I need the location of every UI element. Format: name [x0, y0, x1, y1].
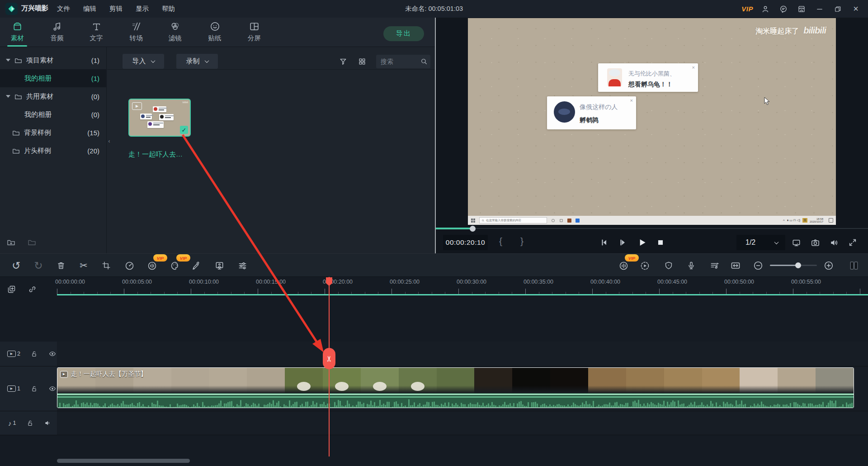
ruler-tick: [191, 289, 191, 294]
ruler-tick: [860, 289, 860, 294]
filmstrip-frame: [247, 368, 285, 393]
sidebar-item-my-album-2[interactable]: 我的相册 (0): [0, 105, 107, 124]
close-icon[interactable]: ×: [850, 3, 862, 15]
crop-icon[interactable]: [99, 258, 114, 273]
zoom-in-icon[interactable]: [821, 258, 836, 273]
restore-icon[interactable]: [832, 3, 844, 15]
tab-filters[interactable]: 滤镜: [158, 19, 192, 47]
stop-icon[interactable]: [653, 235, 668, 250]
playhead-handle[interactable]: [326, 277, 333, 286]
sidebar-item-my-album-1[interactable]: 我的相册 (1): [0, 69, 107, 87]
bilibili-logo: bilibili: [803, 25, 826, 36]
timeline-ruler[interactable]: 00:00:00:00 00:00:05:00 00:00:10:00 00:0…: [0, 277, 868, 294]
sidebar-item-intro-samples[interactable]: 片头样例 (20): [0, 142, 107, 160]
next-frame-icon[interactable]: [615, 235, 631, 250]
filmstrip-frame: [474, 368, 512, 393]
user-icon[interactable]: [760, 3, 771, 15]
progress-knob[interactable]: [470, 226, 476, 232]
vip-button[interactable]: VIP: [741, 5, 753, 13]
color-picker-icon[interactable]: [189, 258, 204, 273]
snapshot-camera-icon[interactable]: [807, 235, 823, 250]
lock-icon[interactable]: [30, 385, 38, 393]
voiceover-mic-icon[interactable]: [684, 258, 699, 273]
store-icon[interactable]: [796, 3, 807, 15]
delete-folder-icon[interactable]: [27, 238, 37, 247]
zoom-slider-knob[interactable]: [795, 262, 801, 268]
color-palette-vip-icon[interactable]: VIP: [167, 258, 183, 273]
search-icon[interactable]: [418, 55, 430, 68]
media-clip-name: 走！一起吓人去…: [128, 150, 205, 159]
tab-transition[interactable]: 转场: [119, 19, 153, 47]
tab-media[interactable]: 素材: [0, 19, 34, 47]
speaker-icon[interactable]: [44, 419, 52, 427]
ruler-tick: [258, 289, 258, 294]
feedback-icon[interactable]: [778, 3, 789, 15]
selected-check-icon: ✓: [180, 126, 188, 134]
lock-icon[interactable]: [26, 419, 34, 427]
delete-trash-icon[interactable]: [53, 258, 69, 273]
expand-arrow-icon[interactable]: [6, 95, 10, 98]
grid-view-icon[interactable]: [356, 55, 368, 68]
screen-record-icon[interactable]: [637, 258, 652, 273]
filmora-app-window: 万兴喵影 文件 编辑 剪辑 显示 帮助 未命名: 00:05:01:03 VIP…: [0, 0, 868, 466]
eye-icon[interactable]: [48, 385, 57, 393]
export-button[interactable]: 导出: [383, 26, 424, 41]
horizontal-scrollbar[interactable]: [57, 459, 190, 463]
tab-splitscreen[interactable]: 分屏: [237, 19, 271, 47]
split-scissors-icon[interactable]: ✂: [76, 258, 91, 273]
filter-funnel-icon[interactable]: [337, 55, 349, 68]
track-lane[interactable]: [57, 411, 868, 435]
fullscreen-icon[interactable]: [845, 235, 860, 250]
effect-shield-icon[interactable]: [661, 258, 676, 273]
import-label: 导入: [132, 57, 146, 66]
search-field[interactable]: [376, 58, 418, 65]
play-icon[interactable]: [634, 235, 650, 250]
mini-comment-popup: [147, 121, 164, 128]
lock-icon[interactable]: [30, 350, 38, 358]
search-input[interactable]: [376, 55, 430, 68]
zoom-slider[interactable]: [770, 265, 817, 266]
mark-out-brace[interactable]: }: [520, 236, 524, 247]
close-icon[interactable]: ×: [630, 98, 633, 103]
adjust-sliders-icon[interactable]: [235, 258, 250, 273]
mail-icon: [576, 219, 580, 223]
portrait-icon[interactable]: [212, 258, 227, 273]
sidebar-item-shared-media[interactable]: 共用素材 (0): [0, 87, 107, 105]
video-taskbar: 在这里输入你要搜索的内容 ^ ♦ ▭ ⊓ ◁) 英 18:58 2020/10/…: [468, 216, 836, 225]
media-clip-thumbnail[interactable]: ▶ bilibili ✓: [128, 99, 191, 137]
sidebar-item-background-samples[interactable]: 背景样例 (15): [0, 124, 107, 142]
record-dropdown[interactable]: 录制: [176, 54, 218, 69]
display-device-icon[interactable]: [788, 235, 804, 250]
current-timecode: 00:00:20:10: [443, 235, 488, 250]
avatar: [554, 101, 575, 123]
scissors-cursor[interactable]: ✂: [323, 348, 335, 369]
mark-in-brace[interactable]: {: [499, 236, 502, 247]
import-dropdown[interactable]: 导入: [123, 54, 164, 69]
eye-icon[interactable]: [48, 350, 57, 358]
preview-progress-bar[interactable]: [436, 227, 868, 230]
minimize-icon[interactable]: [814, 3, 826, 15]
zoom-out-icon[interactable]: [750, 258, 766, 273]
preview-video-frame[interactable]: 淘米睡起床了 bilibili × 无与伦比小黑菌、 想看孵乌龟！！ × 像俄这…: [468, 18, 836, 225]
tab-audio[interactable]: 音频: [40, 19, 74, 47]
timeline-clip[interactable]: ▶ 走！一起吓人去【万圣节】: [57, 367, 854, 408]
previous-frame-icon[interactable]: [597, 235, 612, 250]
audio-denoise-vip-icon[interactable]: VIP: [616, 258, 631, 273]
speed-icon[interactable]: [122, 258, 137, 273]
expand-arrow-icon[interactable]: [6, 59, 10, 62]
undo-icon[interactable]: ↺: [9, 258, 24, 273]
redo-icon[interactable]: ↻: [31, 258, 46, 273]
speaker-icon[interactable]: [826, 235, 842, 250]
close-icon[interactable]: ×: [692, 65, 695, 70]
audio-mixer-icon[interactable]: [707, 258, 722, 273]
new-folder-icon[interactable]: [6, 238, 16, 247]
track-lane[interactable]: [57, 342, 868, 366]
tab-text[interactable]: 文字: [79, 19, 113, 47]
fit-timeline-icon[interactable]: [728, 258, 743, 273]
panel-layout-icon[interactable]: [846, 258, 862, 273]
tab-stickers[interactable]: 贴纸: [198, 19, 232, 47]
preview-quality-dropdown[interactable]: 1/2: [736, 235, 785, 250]
sidebar-item-project-media[interactable]: 项目素材 (1): [0, 51, 107, 69]
denoise-vip-icon[interactable]: VIP: [144, 258, 160, 273]
filmstrip-frame: [361, 368, 399, 393]
